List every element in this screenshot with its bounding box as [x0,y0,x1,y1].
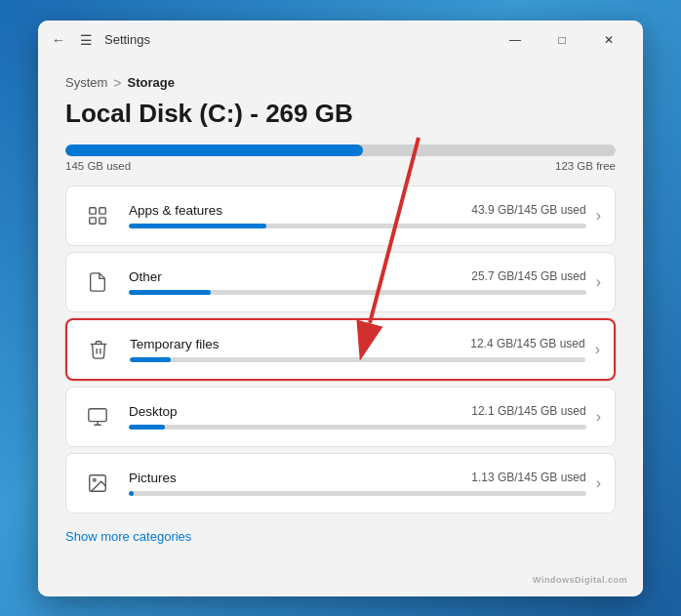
pictures-bar [129,491,586,496]
hamburger-icon[interactable]: ☰ [77,31,95,49]
category-item-desktop[interactable]: Desktop 12.1 GB/145 GB used › [65,387,616,447]
storage-free-label: 123 GB free [555,160,616,172]
apps-icon [80,198,115,233]
svg-rect-2 [90,217,96,223]
apps-bar [129,224,586,228]
other-details: Other 25.7 GB/145 GB used [129,269,586,295]
desktop-details: Desktop 12.1 GB/145 GB used [129,404,586,430]
other-icon [80,265,115,300]
pictures-size: 1.13 GB/145 GB used [471,471,585,484]
storage-used-label: 145 GB used [65,160,131,172]
desktop-name: Desktop [129,404,178,419]
breadcrumb-current: Storage [128,75,175,90]
category-item-apps[interactable]: Apps & features 43.9 GB/145 GB used › [65,185,616,246]
svg-rect-1 [100,207,105,213]
apps-chevron: › [596,207,601,225]
pictures-name: Pictures [129,471,177,485]
pictures-icon [80,466,115,501]
title-bar-left: ← ☰ Settings [50,31,150,49]
page-title: Local Disk (C:) - 269 GB [65,99,616,129]
temp-bar [130,357,585,362]
breadcrumb-parent[interactable]: System [65,75,107,90]
close-button[interactable]: ✕ [586,24,631,56]
temp-chevron: › [595,341,600,358]
svg-rect-0 [90,207,96,213]
svg-point-6 [93,478,96,481]
storage-bar-track [65,144,616,156]
temp-name: Temporary files [130,337,220,351]
storage-bar-fill [65,144,363,156]
categories-list: Apps & features 43.9 GB/145 GB used › [65,185,616,513]
breadcrumb-separator: > [113,75,121,91]
settings-window: ← ☰ Settings — □ ✕ System > Storage Loca… [38,21,643,596]
temp-details: Temporary files 12.4 GB/145 GB used [130,337,585,362]
window-title: Settings [104,32,150,47]
content-area: System > Storage Local Disk (C:) - 269 G… [38,60,643,596]
apps-details: Apps & features 43.9 GB/145 GB used [129,203,586,228]
svg-rect-3 [100,217,105,223]
storage-bar-container: 145 GB used 123 GB free [65,144,616,172]
storage-labels: 145 GB used 123 GB free [65,160,616,172]
apps-size: 43.9 GB/145 GB used [471,203,585,217]
breadcrumb: System > Storage [65,75,616,91]
desktop-size: 12.1 GB/145 GB used [471,404,585,418]
desktop-bar [129,425,586,430]
apps-name: Apps & features [129,203,222,218]
trash-icon [81,332,116,367]
minimize-button[interactable]: — [493,24,538,56]
watermark: WindowsDigital.com [533,575,627,585]
other-bar [129,290,586,295]
desktop-chevron: › [596,408,601,426]
other-name: Other [129,269,162,284]
category-item-temp[interactable]: Temporary files 12.4 GB/145 GB used › [65,318,616,381]
window-controls: — □ ✕ [493,24,631,56]
maximize-button[interactable]: □ [540,24,584,56]
other-size: 25.7 GB/145 GB used [471,269,585,283]
svg-rect-4 [89,408,106,421]
title-bar: ← ☰ Settings — □ ✕ [38,21,643,60]
desktop-icon [80,399,115,434]
category-item-pictures[interactable]: Pictures 1.13 GB/145 GB used › [65,453,616,513]
category-item-other[interactable]: Other 25.7 GB/145 GB used › [65,252,616,312]
pictures-details: Pictures 1.13 GB/145 GB used [129,471,586,496]
back-icon[interactable]: ← [50,31,67,49]
show-more-link[interactable]: Show more categories [65,529,191,544]
temp-size: 12.4 GB/145 GB used [470,337,584,350]
other-chevron: › [596,273,601,291]
pictures-chevron: › [596,474,601,492]
